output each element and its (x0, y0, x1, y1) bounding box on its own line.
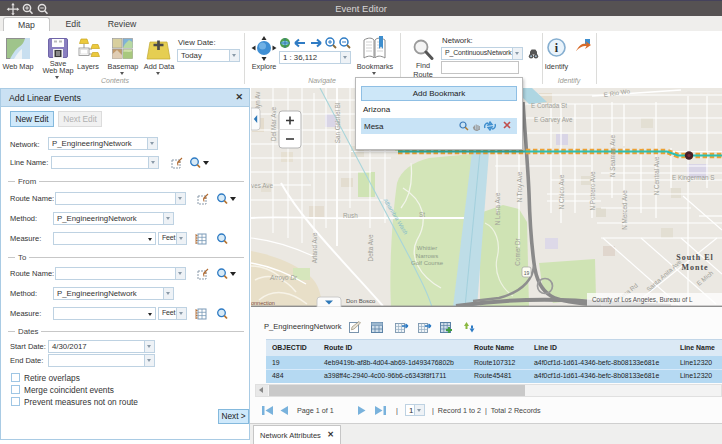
svg-text:Arland Ave: Arland Ave (311, 232, 318, 263)
svg-text:N Chico Ave: N Chico Ave (558, 174, 565, 209)
svg-text:Whittier: Whittier (417, 245, 437, 251)
svg-text:Rush: Rush (343, 212, 358, 219)
svg-text:Comer Dr: Comer Dr (514, 238, 521, 265)
svg-text:Golf Course: Golf Course (411, 260, 444, 266)
svg-text:N Troy Ave: N Troy Ave (516, 171, 524, 202)
svg-text:South El: South El (676, 253, 714, 262)
svg-text:Narrows: Narrows (416, 253, 438, 259)
svg-text:San Gabriel Bl: San Gabriel Bl (334, 103, 341, 144)
svg-text:St: St (419, 211, 425, 218)
svg-text:N Merced Ave: N Merced Ave (621, 190, 628, 230)
svg-text:Delta Ave: Delta Ave (367, 234, 374, 261)
svg-text:Arroyo Dr: Arroyo Dr (269, 274, 298, 282)
svg-text:onnection: onnection (251, 300, 275, 306)
svg-text:E Garvey Ave: E Garvey Ave (534, 116, 573, 124)
svg-text:N Seaman Ave: N Seaman Ave (609, 135, 616, 177)
svg-text:lyn Av: lyn Av (254, 91, 262, 109)
svg-text:N Potrero Ave: N Potrero Ave (589, 171, 596, 211)
svg-text:E Kingerman S: E Kingerman S (672, 174, 714, 182)
svg-text:19: 19 (524, 270, 530, 276)
svg-text:E Cortada St: E Cortada St (531, 102, 567, 109)
svg-text:Del Mar Ave: Del Mar Ave (270, 106, 277, 141)
svg-text:Don Bosco: Don Bosco (346, 298, 376, 304)
svg-text:County of Los Angeles, Bureau: County of Los Angeles, Bureau of L (592, 296, 693, 304)
svg-text:N Lena Ave: N Lena Ave (494, 192, 501, 225)
svg-text:Monte: Monte (681, 263, 708, 272)
svg-text:ves Ave: ves Ave (251, 182, 273, 189)
svg-text:N Central Ave: N Central Ave (653, 156, 660, 195)
